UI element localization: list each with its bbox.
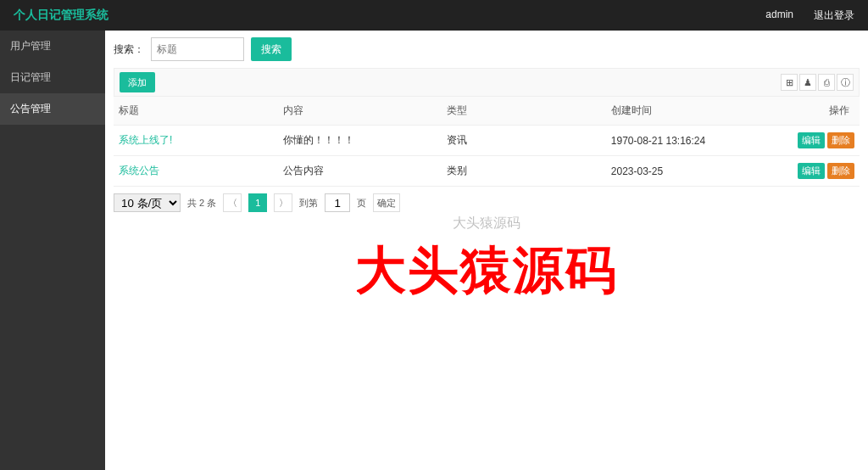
sidebar-item-diary[interactable]: 日记管理 <box>0 62 105 93</box>
goto-confirm-button[interactable]: 确定 <box>373 193 400 212</box>
data-table: 标题 内容 类型 创建时间 操作 系统上线了! 你懂的！！！！ 资讯 1970-… <box>114 97 860 187</box>
col-created: 创建时间 <box>606 97 771 126</box>
col-content: 内容 <box>278 97 442 126</box>
header-right: admin 退出登录 <box>765 8 854 23</box>
delete-button[interactable]: 删除 <box>827 163 854 179</box>
table-row: 系统公告 公告内容 类别 2023-03-25 编辑 删除 <box>114 156 860 187</box>
tool-icons: ⊞ ♟ ⎙ ⓘ <box>781 74 854 91</box>
print-icon[interactable]: ⎙ <box>818 74 835 91</box>
next-page-button[interactable]: 〉 <box>274 193 292 212</box>
edit-button[interactable]: 编辑 <box>798 132 825 148</box>
sidebar-item-notice[interactable]: 公告管理 <box>0 93 105 125</box>
goto-label-pre: 到第 <box>299 197 318 210</box>
sidebar: 用户管理 日记管理 公告管理 <box>0 31 105 470</box>
col-title: 标题 <box>114 97 278 126</box>
top-header: 个人日记管理系统 admin 退出登录 <box>0 0 868 31</box>
pagination: 10 条/页 共 2 条 〈 1 〉 到第 页 确定 <box>114 187 860 219</box>
table-header-row: 标题 内容 类型 创建时间 操作 <box>114 97 860 126</box>
prev-page-button[interactable]: 〈 <box>223 193 242 212</box>
row-title-link[interactable]: 系统公告 <box>119 165 159 176</box>
search-input[interactable] <box>151 37 244 61</box>
page-size-select[interactable]: 10 条/页 <box>114 193 181 212</box>
page-number[interactable]: 1 <box>248 193 267 212</box>
row-content: 你懂的！！！！ <box>278 126 442 156</box>
brand-title: 个人日记管理系统 <box>14 8 108 23</box>
page-total: 共 2 条 <box>187 197 216 210</box>
goto-page-input[interactable] <box>325 193 350 212</box>
toolbar: 添加 ⊞ ♟ ⎙ ⓘ <box>114 68 860 97</box>
columns-icon[interactable]: ⊞ <box>781 74 798 91</box>
delete-button[interactable]: 删除 <box>827 132 854 148</box>
search-button[interactable]: 搜索 <box>251 37 292 61</box>
row-type: 资讯 <box>442 126 606 156</box>
row-created: 1970-08-21 13:16:24 <box>606 126 771 156</box>
row-content: 公告内容 <box>278 156 442 187</box>
export-icon[interactable]: ♟ <box>799 74 816 91</box>
row-created: 2023-03-25 <box>606 156 771 187</box>
watermark: 大头猿源码 大头猿源码 <box>355 237 618 305</box>
layout: 用户管理 日记管理 公告管理 搜索： 搜索 添加 ⊞ ♟ ⎙ ⓘ 标题 内容 类… <box>0 31 868 470</box>
goto-label-suf: 页 <box>357 197 366 210</box>
logout-link[interactable]: 退出登录 <box>814 8 854 23</box>
current-user[interactable]: admin <box>765 8 793 23</box>
col-ops: 操作 <box>770 97 860 126</box>
table-row: 系统上线了! 你懂的！！！！ 资讯 1970-08-21 13:16:24 编辑… <box>114 126 860 156</box>
watermark-text: 大头猿源码 <box>355 237 618 305</box>
col-type: 类型 <box>442 97 606 126</box>
edit-button[interactable]: 编辑 <box>798 163 825 179</box>
search-label: 搜索： <box>114 42 144 57</box>
info-icon[interactable]: ⓘ <box>837 74 854 91</box>
row-title-link[interactable]: 系统上线了! <box>119 134 172 146</box>
search-row: 搜索： 搜索 <box>114 37 860 61</box>
sidebar-item-users[interactable]: 用户管理 <box>0 31 105 62</box>
main-content: 搜索： 搜索 添加 ⊞ ♟ ⎙ ⓘ 标题 内容 类型 创建时间 操作 <box>105 31 868 470</box>
row-type: 类别 <box>442 156 606 187</box>
add-button[interactable]: 添加 <box>120 72 155 92</box>
